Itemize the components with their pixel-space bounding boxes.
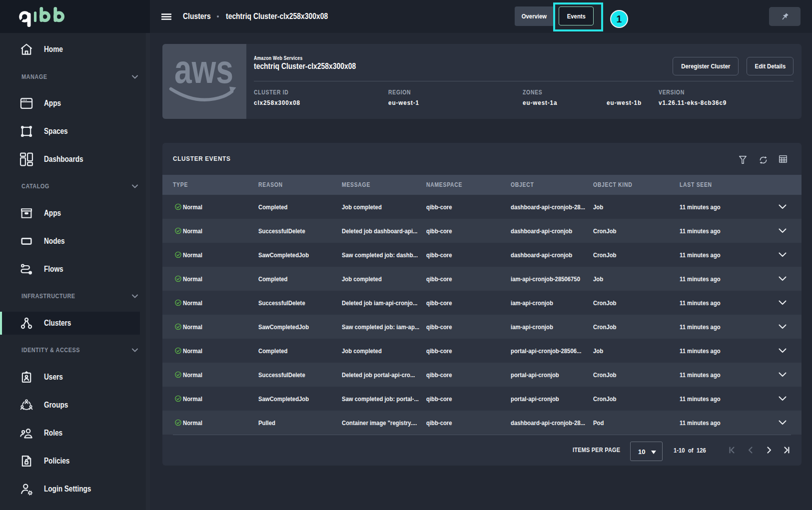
svg-text:aws: aws [174, 47, 233, 91]
